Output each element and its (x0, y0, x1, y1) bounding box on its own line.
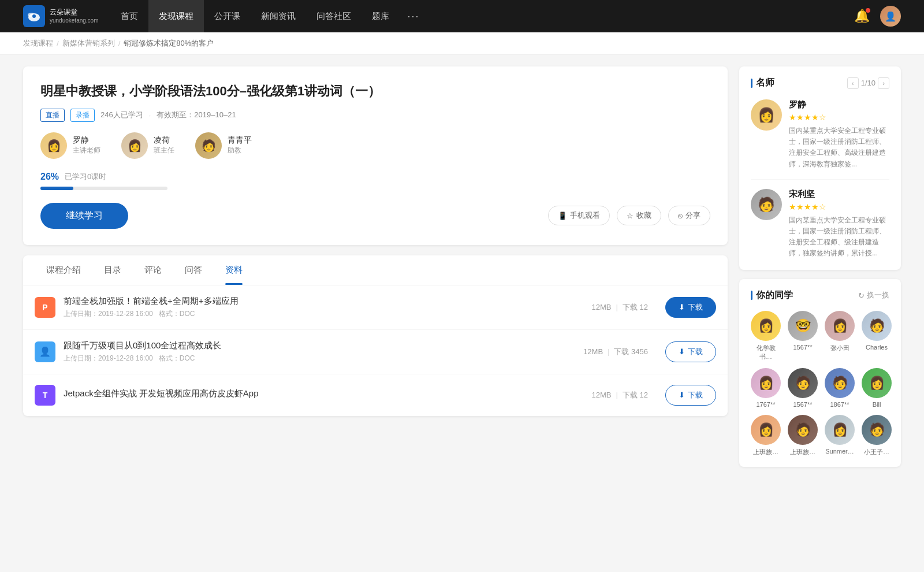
prev-teacher-button[interactable]: ‹ (847, 77, 859, 89)
classmate-8[interactable]: 👩 Bill (862, 368, 892, 408)
breadcrumb-sep-2: / (118, 39, 121, 48)
sidebar-teacher-1-info: 罗静 ★★★★☆ 国内某重点大学安全工程专业硕士，国家一级注册消防工程师、注册安… (789, 99, 889, 170)
classmate-10-name: 上班族… (790, 448, 815, 456)
tab-files[interactable]: 资料 (214, 255, 254, 285)
nav-item-open[interactable]: 公开课 (204, 0, 251, 32)
share-button[interactable]: ⎋ 分享 (668, 206, 710, 225)
classmate-1[interactable]: 👩 化学教书… (751, 311, 781, 361)
tabs-card: 课程介绍 目录 评论 问答 资料 P 前端全栈加强版！前端全栈+全周期+多端应用… (23, 255, 728, 416)
tab-qa[interactable]: 问答 (173, 255, 214, 285)
teachers-sidebar-header: 名师 ‹ 1/10 › (751, 77, 889, 89)
classmate-10[interactable]: 🧑 上班族… (788, 415, 818, 456)
classmates-title: 你的同学 (751, 289, 793, 302)
teacher-3-avatar: 🧑 (195, 132, 222, 159)
file-stats-1: 12MB | 下载 12 (592, 302, 648, 313)
classmate-7[interactable]: 🧑 1867** (825, 368, 855, 408)
notification-dot (866, 8, 870, 13)
breadcrumb-series[interactable]: 新媒体营销系列 (62, 38, 115, 49)
nav-item-news[interactable]: 新闻资讯 (251, 0, 306, 32)
nav-item-qa[interactable]: 问答社区 (306, 0, 362, 32)
classmate-2-name: 1567** (793, 344, 812, 351)
teacher-2-name: 凌荷 (154, 135, 174, 146)
classmate-2[interactable]: 🤓 1567** (788, 311, 818, 361)
notification-bell[interactable]: 🔔 (854, 9, 870, 24)
classmate-7-name: 1867** (830, 401, 849, 408)
continue-learning-button[interactable]: 继续学习 (40, 203, 128, 229)
sidebar-teacher-1-stars: ★★★★☆ (789, 113, 889, 122)
tab-catalog[interactable]: 目录 (92, 255, 133, 285)
file-item-1: P 前端全栈加强版！前端全栈+全周期+多端应用 上传日期：2019-12-28 … (23, 285, 728, 330)
nav-items: 首页 发现课程 公开课 新闻资讯 问答社区 题库 ··· (110, 0, 854, 32)
teacher-3-name: 青青平 (228, 135, 252, 146)
classmate-9-name: 上班族… (753, 448, 778, 456)
sidebar-teacher-2-desc: 国内某重点大学安全工程专业硕士，国家一级注册消防工程师、注册安全工程师、级注册建… (789, 215, 889, 259)
teacher-1-avatar: 👩 (40, 132, 67, 159)
course-validity: 有效期至：2019–10–21 (157, 110, 236, 120)
classmate-8-name: Bill (873, 401, 881, 408)
classmate-11[interactable]: 👩 Sunmer… (825, 415, 855, 456)
tag-record: 录播 (70, 109, 95, 122)
classmate-6-name: 1567** (793, 401, 812, 408)
nav-item-home[interactable]: 首页 (110, 0, 148, 32)
classmate-6[interactable]: 🧑 1567** (788, 368, 818, 408)
file-stats-3: 12MB | 下载 12 (592, 390, 648, 400)
classmate-3[interactable]: 👩 张小田 (825, 311, 855, 361)
course-title: 明星中教授课，小学阶段语法100分–强化级第1讲动词（一） (40, 83, 710, 101)
course-actions: 继续学习 📱 手机观看 ☆ 收藏 ⎋ 分享 (40, 203, 710, 229)
breadcrumb-discover[interactable]: 发现课程 (23, 38, 53, 49)
star-icon: ☆ (627, 211, 634, 220)
nav-item-quiz[interactable]: 题库 (362, 0, 400, 32)
user-avatar[interactable]: 👤 (880, 6, 901, 27)
classmate-3-avatar: 👩 (825, 311, 855, 341)
sidebar-teacher-2[interactable]: 🧑 宋利坚 ★★★★☆ 国内某重点大学安全工程专业硕士，国家一级注册消防工程师、… (751, 189, 889, 259)
classmate-12[interactable]: 🧑 小王子… (862, 415, 892, 456)
share-icon: ⎋ (678, 211, 683, 220)
logo-text: 云朵课堂 yunduoketang.com (50, 8, 99, 25)
file-info-2: 跟随千万级项目从0到100全过程高效成长 上传日期：2019-12-28 16:… (64, 340, 566, 363)
file-item-2: 👤 跟随千万级项目从0到100全过程高效成长 上传日期：2019-12-28 1… (23, 330, 728, 374)
pagination-label: 1/10 (861, 79, 875, 87)
sidebar-teacher-2-avatar: 🧑 (751, 189, 782, 220)
teacher-1-role: 主讲老师 (73, 146, 100, 155)
download-button-3[interactable]: ⬇ 下载 (665, 385, 716, 406)
nav-item-more[interactable]: ··· (400, 0, 428, 32)
classmate-5-avatar: 👩 (751, 368, 781, 398)
classmate-5[interactable]: 👩 1767** (751, 368, 781, 408)
teacher-2[interactable]: 👩 凌荷 班主任 (121, 132, 174, 159)
sidebar-teacher-1[interactable]: 👩 罗静 ★★★★☆ 国内某重点大学安全工程专业硕士，国家一级注册消防工程师、注… (751, 99, 889, 180)
refresh-button[interactable]: ↻ 换一换 (858, 290, 889, 300)
classmate-12-name: 小王子… (864, 448, 889, 456)
download-button-2[interactable]: ⬇ 下载 (665, 341, 716, 362)
sidebar-teacher-2-info: 宋利坚 ★★★★☆ 国内某重点大学安全工程专业硕士，国家一级注册消防工程师、注册… (789, 189, 889, 259)
tab-intro[interactable]: 课程介绍 (35, 255, 92, 285)
course-card: 明星中教授课，小学阶段语法100分–强化级第1讲动词（一） 直播 录播 246人… (23, 66, 728, 245)
next-teacher-button[interactable]: › (878, 77, 889, 89)
teachers-row: 👩 罗静 主讲老师 👩 凌荷 班主任 🧑 青青平 (40, 132, 710, 159)
breadcrumb-sep-1: / (57, 39, 59, 48)
file-icon-3: T (35, 385, 55, 406)
teacher-1[interactable]: 👩 罗静 主讲老师 (40, 132, 100, 159)
classmate-4[interactable]: 🧑 Charles (862, 311, 892, 361)
teacher-3[interactable]: 🧑 青青平 助教 (195, 132, 252, 159)
mobile-icon: 📱 (558, 211, 567, 220)
collect-button[interactable]: ☆ 收藏 (617, 206, 661, 225)
breadcrumb: 发现课程 / 新媒体营销系列 / 销冠修炼术搞定80%的客户 (0, 32, 924, 55)
logo[interactable]: 云朵课堂 yunduoketang.com (23, 5, 99, 27)
teacher-1-name: 罗静 (73, 135, 100, 146)
classmate-8-avatar: 👩 (862, 368, 892, 398)
download-button-1[interactable]: ⬇ 下载 (665, 297, 716, 318)
share-label: 分享 (685, 210, 701, 221)
classmate-9-avatar: 👩 (751, 415, 781, 445)
classmates-header: 你的同学 ↻ 换一换 (751, 289, 889, 302)
course-dot: · (149, 111, 151, 120)
refresh-label: 换一换 (867, 290, 889, 300)
teachers-pagination: ‹ 1/10 › (847, 77, 889, 89)
classmate-1-avatar: 👩 (751, 311, 781, 341)
mobile-watch-button[interactable]: 📱 手机观看 (548, 206, 610, 225)
classmate-4-name: Charles (866, 344, 888, 351)
nav-item-discover[interactable]: 发现课程 (148, 0, 204, 32)
tab-review[interactable]: 评论 (133, 255, 173, 285)
classmate-9[interactable]: 👩 上班族… (751, 415, 781, 456)
sidebar-teacher-2-name: 宋利坚 (789, 189, 889, 200)
download-label-3: 下载 (688, 390, 703, 400)
